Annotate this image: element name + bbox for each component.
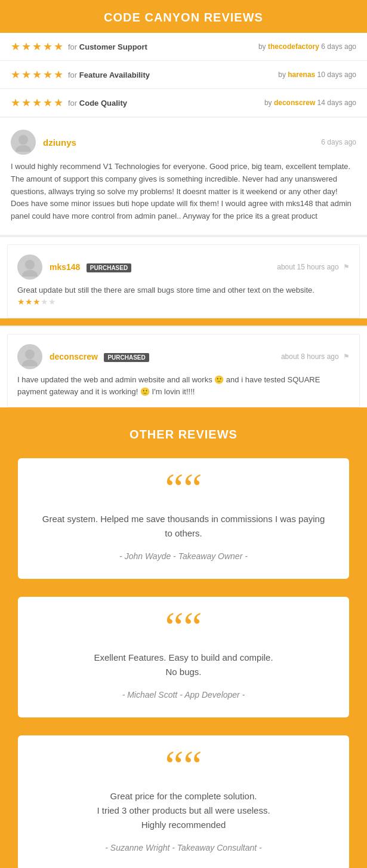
quote-mark-icon: ““	[42, 615, 325, 640]
mini-stars-empty: ★★	[41, 297, 56, 306]
other-reviews-title: OTHER REVIEWS	[6, 428, 361, 441]
rating-left: ★★★★★ for Feature Availability	[11, 68, 150, 81]
quote-mark-icon: ““	[42, 753, 325, 778]
rating-category: Customer Support	[79, 42, 147, 51]
svg-point-2	[25, 260, 35, 269]
rating-row-feature-availability: ★★★★★ for Feature Availability by harena…	[0, 61, 367, 89]
deconscrew-review-card: deconscrew PURCHASED about 8 hours ago ⚑…	[7, 334, 360, 407]
svg-point-0	[18, 135, 28, 145]
deconscrew-review-header: deconscrew PURCHASED about 8 hours ago ⚑	[17, 344, 350, 369]
mks148-meta: about 15 hours ago ⚑	[277, 263, 350, 271]
rating-row-code-quality: ★★★★★ for Code Quality by deconscrew 14 …	[0, 89, 367, 116]
deconscrew-review-text: I have updated the web and admin website…	[17, 374, 350, 397]
deconscrew-author-section: deconscrew PURCHASED	[17, 344, 149, 369]
svg-point-5	[22, 360, 38, 366]
svg-point-4	[25, 349, 35, 359]
rating-left: ★★★★★ for Code Quality	[11, 96, 127, 109]
testimonial-text-1: Great system. Helped me save thousands i…	[42, 512, 325, 541]
star-icons: ★★★★★	[11, 68, 64, 81]
testimonial-card-3: ““ Great price for the complete solution…	[18, 735, 349, 868]
star-icons: ★★★★★	[11, 96, 64, 109]
flag-icon: ⚑	[343, 263, 350, 271]
star-icons: ★★★★★	[11, 40, 64, 53]
rating-for-label: for Customer Support	[68, 42, 147, 51]
mks148-avatar	[17, 254, 42, 280]
quote-mark-icon: ““	[42, 476, 325, 501]
mks148-review-text: Great update but still the there are sma…	[17, 284, 350, 309]
testimonial-author-1: - John Wayde - Takeaway Owner -	[42, 551, 325, 561]
testimonial-author-2: - Michael Scott - App Developer -	[42, 690, 325, 700]
rating-for-label: for Feature Availability	[68, 70, 150, 79]
testimonials-section: ““ Great system. Helped me save thousand…	[0, 452, 367, 868]
dziunys-avatar	[11, 130, 36, 155]
dziunys-author-section: dziunys	[11, 130, 76, 155]
rating-author-link[interactable]: deconscrew	[274, 99, 315, 107]
mks148-purchased-badge: PURCHASED	[87, 263, 131, 272]
rating-meta: by deconscrew 14 days ago	[264, 99, 356, 107]
rating-row-customer-support: ★★★★★ for Customer Support by thecodefac…	[0, 33, 367, 61]
deconscrew-purchased-badge: PURCHASED	[104, 353, 149, 362]
dziunys-author-name: dziunys	[43, 137, 76, 148]
rating-for-label: for Code Quality	[68, 99, 127, 108]
page-title: CODE CANYON REVIEWS	[6, 11, 361, 24]
flag-icon: ⚑	[343, 352, 350, 361]
svg-point-1	[16, 145, 31, 152]
avatar-icon	[20, 257, 39, 277]
rating-author-link[interactable]: harenas	[288, 70, 315, 79]
rating-left: ★★★★★ for Customer Support	[11, 40, 147, 53]
deconscrew-avatar	[17, 344, 42, 369]
svg-point-3	[22, 270, 38, 277]
mks148-review-header: mks148 PURCHASED about 15 hours ago ⚑	[17, 254, 350, 280]
dziunys-text: I would highly recommend V1 Technologies…	[11, 161, 356, 223]
testimonial-card-1: ““ Great system. Helped me save thousand…	[18, 458, 349, 579]
other-reviews-header: OTHER REVIEWS	[0, 415, 367, 452]
dziunys-time: 6 days ago	[321, 138, 356, 146]
rating-time: 14 days ago	[317, 99, 356, 107]
rating-section: ★★★★★ for Customer Support by thecodefac…	[0, 33, 367, 116]
avatar-icon	[20, 347, 39, 366]
testimonial-text-3: Great price for the complete solution.I …	[42, 789, 325, 832]
mini-stars-filled: ★★★	[17, 297, 41, 306]
deconscrew-author-info: deconscrew PURCHASED	[50, 351, 149, 362]
mks148-text: Great update but still the there are sma…	[17, 286, 314, 295]
testimonial-author-3: - Suzanne Wright - Takeaway Consultant -	[42, 843, 325, 852]
deconscrew-time: about 8 hours ago	[281, 352, 339, 361]
rating-author-link[interactable]: thecodefactory	[268, 42, 319, 51]
mks148-author-section: mks148 PURCHASED	[17, 254, 131, 280]
deconscrew-author-name: deconscrew	[50, 352, 98, 361]
page-header: CODE CANYON REVIEWS	[0, 0, 367, 33]
deconscrew-meta: about 8 hours ago ⚑	[281, 352, 350, 361]
testimonial-text-2: Exellent Features. Easy to build and com…	[42, 651, 325, 679]
rating-meta: by harenas 10 days ago	[278, 70, 356, 79]
testimonial-card-2: ““ Exellent Features. Easy to build and …	[18, 597, 349, 717]
dziunys-header: dziunys 6 days ago	[11, 130, 356, 155]
mks148-review-card: mks148 PURCHASED about 15 hours ago ⚑ Gr…	[7, 244, 360, 319]
avatar-icon	[14, 133, 33, 152]
mks148-time: about 15 hours ago	[277, 263, 338, 271]
mks148-review-section: mks148 PURCHASED about 15 hours ago ⚑ Gr…	[0, 236, 367, 319]
dziunys-review-card: dziunys 6 days ago I would highly recomm…	[0, 116, 367, 236]
rating-time: 10 days ago	[317, 70, 356, 79]
deconscrew-review-section: deconscrew PURCHASED about 8 hours ago ⚑…	[0, 326, 367, 407]
mks148-author-info: mks148 PURCHASED	[50, 262, 131, 272]
mks148-author-name: mks148	[50, 262, 80, 272]
rating-time: 6 days ago	[321, 42, 356, 51]
rating-category: Feature Availability	[79, 70, 150, 79]
rating-meta: by thecodefactory 6 days ago	[258, 42, 356, 51]
rating-category: Code Quality	[79, 99, 127, 108]
